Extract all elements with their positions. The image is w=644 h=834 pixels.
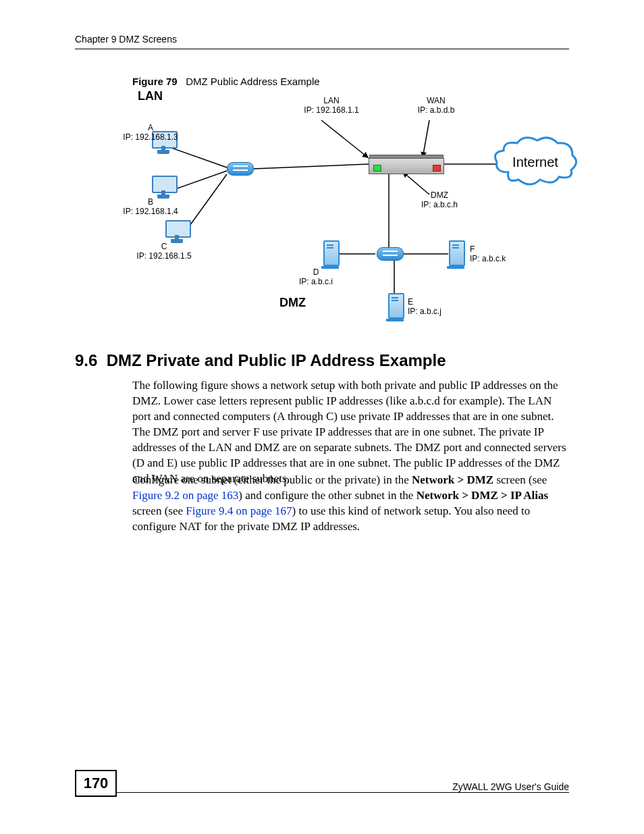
figure-caption: Figure 79 DMZ Public Address Example: [132, 76, 320, 87]
dmz-title: DMZ: [279, 296, 306, 311]
bold-network-dmz: Network > DMZ: [412, 473, 493, 486]
host-b-label: BIP: 192.168.1.4: [120, 197, 181, 217]
page-footer-rule: [75, 792, 569, 797]
svg-line-4: [321, 120, 369, 158]
svg-line-0: [169, 147, 227, 167]
internet-label: Internet: [491, 154, 579, 170]
lan-port-label: LANIP: 192.168.1.1: [294, 96, 369, 115]
host-d-label: DIP: a.b.c.i: [289, 267, 343, 287]
host-f-label: FIP: a.b.c.k: [470, 244, 524, 264]
svg-line-1: [169, 171, 227, 191]
host-a-label: AIP: 192.168.1.3: [120, 123, 181, 142]
chapter-label: Chapter 9 DMZ Screens: [75, 34, 177, 45]
bold-network-dmz-ipalias: Network > DMZ > IP Alias: [417, 489, 549, 502]
link-figure-9-4[interactable]: Figure 9.4 on page 167: [186, 504, 292, 517]
figure-number: Figure 79: [132, 76, 178, 87]
internet-cloud-icon: Internet: [491, 135, 579, 189]
pc-b-icon: [150, 176, 177, 200]
network-diagram: LAN DMZ AIP: 192.168.1.3 BIP: 192.168.1.…: [132, 86, 570, 330]
host-e-label: EIP: a.b.c.j: [408, 297, 462, 317]
section-heading: 9.6 DMZ Private and Public IP Address Ex…: [75, 351, 446, 370]
svg-line-3: [252, 164, 369, 169]
dmz-port-label: DMZIP: a.b.c.h: [409, 190, 470, 210]
guide-title: ZyWALL 2WG User's Guide: [452, 781, 569, 792]
wan-port-label: WANIP: a.b.d.b: [402, 96, 470, 115]
pc-c-icon: [163, 220, 190, 244]
paragraph-1: The following figure shows a network set…: [132, 378, 570, 487]
server-f-icon: [447, 240, 464, 269]
lan-switch-icon: [227, 162, 254, 176]
dmz-switch-icon: [377, 247, 404, 261]
server-e-icon: [386, 293, 404, 321]
figure-title: DMZ Public Address Example: [186, 76, 319, 87]
page-number: 170: [75, 770, 117, 797]
section-number: 9.6: [75, 351, 97, 369]
svg-line-5: [423, 120, 429, 158]
paragraph-2: Configure one subnet (either the public …: [132, 473, 570, 535]
diagram-lines: [132, 86, 570, 330]
host-c-label: CIP: 192.168.1.5: [134, 242, 194, 261]
link-figure-9-2[interactable]: Figure 9.2 on page 163: [132, 489, 238, 502]
lan-title: LAN: [138, 89, 163, 104]
section-title: DMZ Private and Public IP Address Exampl…: [107, 351, 446, 369]
page-header: Chapter 9 DMZ Screens: [75, 34, 569, 49]
server-d-icon: [321, 240, 339, 269]
router-icon: [369, 158, 444, 174]
